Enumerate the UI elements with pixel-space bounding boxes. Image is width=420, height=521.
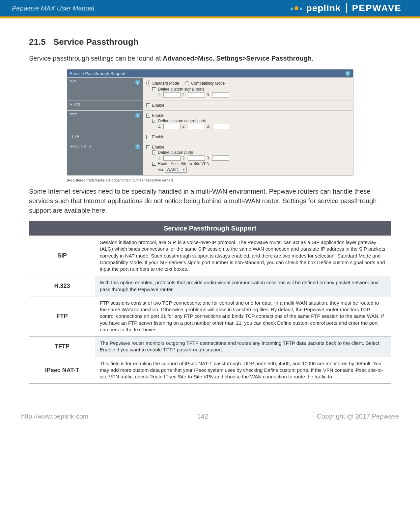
- intro-period: .: [312, 55, 314, 62]
- row-ftp-desc: FTP sessions consist of two TCP connecti…: [95, 296, 391, 336]
- footer-copyright: Copyright @ 2017 Pepwave: [317, 413, 399, 420]
- label-ipsec: IPsec NAT-T ?: [67, 142, 143, 175]
- port-label-3: 3.: [207, 124, 210, 129]
- row-h323: H.323 Enable: [67, 100, 353, 110]
- brand-logos: peplink PEPWAVE: [291, 3, 402, 14]
- chevron-down-icon: ▼: [182, 168, 185, 171]
- manual-title: Pepwave MAX User Manual: [12, 5, 94, 12]
- description-paragraph: Some Internet services need to be specia…: [29, 187, 391, 215]
- label-tftp-text: TFTP: [70, 134, 80, 139]
- tftp-enable-label: Enable: [152, 135, 164, 139]
- port-input-3[interactable]: [212, 124, 229, 129]
- row-ipsec-name: IPsec NAT-T: [29, 357, 95, 384]
- port-input-3[interactable]: [212, 155, 229, 161]
- settings-screenshot: Service Passthrough Support ? SIP ? Stan…: [67, 69, 353, 176]
- port-label-1: 1.: [158, 156, 161, 160]
- port-input-2[interactable]: [188, 124, 205, 129]
- define-signal-ports-label: Define custom signal ports: [158, 87, 205, 92]
- label-sip-text: SIP: [70, 80, 76, 84]
- footer-url: http://www.peplink.com: [21, 413, 89, 420]
- port-label-1: 1.: [158, 124, 161, 129]
- shot-header: Service Passthrough Support ?: [67, 69, 353, 77]
- wan-select-value: WAN 1: [167, 167, 179, 172]
- label-sip: SIP ?: [67, 78, 143, 100]
- port-input-2[interactable]: [188, 155, 205, 161]
- peplink-logo: peplink: [291, 3, 341, 14]
- row-sip-desc: Session initiation protocol, aka SIP, is…: [95, 236, 391, 276]
- help-icon[interactable]: ?: [135, 113, 140, 118]
- label-ftp-text: FTP: [70, 113, 77, 117]
- port-input-1[interactable]: [163, 124, 181, 129]
- radio-compat-mode[interactable]: [185, 81, 189, 85]
- row-tftp-name: TFTP: [29, 337, 95, 357]
- checkbox-tftp-enable[interactable]: [146, 135, 150, 139]
- section-number: 21.5: [29, 37, 46, 47]
- row-h323-desc: With this option enabled, protocols that…: [95, 276, 391, 296]
- shot-header-text: Service Passthrough Support: [70, 71, 126, 76]
- body-sip: Standard Mode Compatibility Mode Define …: [143, 78, 353, 100]
- support-table: Service Passthrough Support SIP Session …: [29, 221, 391, 384]
- label-h323-text: H.323: [70, 102, 80, 107]
- h323-enable-label: Enable: [152, 103, 164, 108]
- checkbox-define-signal-ports[interactable]: [152, 87, 156, 91]
- checkbox-h323-enable[interactable]: [146, 103, 150, 107]
- port-input-2[interactable]: [188, 92, 205, 97]
- row-ipsec-desc: This field is for enabling the support o…: [95, 357, 391, 384]
- trademark-note: (Registered trademarks are copyrighted b…: [67, 178, 391, 182]
- port-label-1: 1.: [158, 93, 161, 97]
- wan-select[interactable]: WAN 1 ▼: [165, 167, 187, 173]
- port-input-3[interactable]: [212, 92, 229, 97]
- page-footer: http://www.peplink.com 142 Copyright @ 2…: [0, 397, 420, 430]
- footer-page: 142: [197, 413, 208, 420]
- help-icon[interactable]: ?: [345, 71, 350, 76]
- row-ftp-name: FTP: [29, 296, 95, 336]
- topbar: Pepwave MAX User Manual peplink PEPWAVE: [0, 0, 420, 18]
- port-input-1[interactable]: [163, 155, 181, 161]
- intro-path: Advanced>Misc. Settings>Service Passthro…: [163, 55, 312, 62]
- brand-peplink-text: peplink: [306, 3, 341, 14]
- ipsec-enable-label: Enable: [152, 145, 164, 150]
- row-tftp-desc: The Pepwave router monitors outgoing TFT…: [95, 337, 391, 357]
- checkbox-ftp-enable[interactable]: [146, 114, 150, 118]
- help-icon[interactable]: ?: [135, 80, 140, 85]
- section-heading: 21.5 Service Passthrough: [29, 37, 391, 47]
- route-ipsec-label: Route IPsec Site-to-Site VPN: [158, 161, 210, 166]
- checkbox-define-control-ports[interactable]: [152, 119, 156, 123]
- body-ftp: Enable Define custom control ports 1. 2.…: [143, 111, 353, 132]
- ftp-enable-label: Enable: [152, 113, 164, 118]
- intro-line: Service passthrough settings can be foun…: [29, 54, 391, 63]
- row-ipsec: IPsec NAT-T ? Enable Define custom ports…: [67, 142, 353, 175]
- radio-standard-mode[interactable]: [146, 80, 150, 86]
- port-label-2: 2.: [182, 93, 186, 97]
- row-sip: SIP ? Standard Mode Compatibility Mode D…: [67, 77, 353, 100]
- row-sip-name: SIP: [29, 236, 95, 276]
- via-label: via: [158, 167, 163, 172]
- label-h323: H.323: [67, 100, 143, 110]
- radio-compat-label: Compatibility Mode: [191, 81, 225, 86]
- help-icon[interactable]: ?: [135, 144, 140, 150]
- port-label-2: 2.: [182, 124, 186, 129]
- section-title: Service Passthrough: [53, 37, 139, 47]
- body-ipsec: Enable Define custom ports 1. 2. 3. Rout…: [143, 142, 353, 175]
- row-ftp: FTP ? Enable Define custom control ports…: [67, 110, 353, 132]
- port-label-2: 2.: [182, 156, 186, 160]
- port-label-3: 3.: [207, 156, 210, 160]
- port-label-3: 3.: [207, 93, 210, 97]
- checkbox-define-custom-ports[interactable]: [152, 151, 156, 154]
- radio-standard-label: Standard Mode: [152, 81, 179, 86]
- checkbox-ipsec-enable[interactable]: [146, 145, 150, 149]
- checkbox-route-ipsec-s2s[interactable]: [152, 162, 156, 166]
- support-table-header: Service Passthrough Support: [29, 221, 391, 236]
- intro-text: Service passthrough settings can be foun…: [29, 55, 163, 62]
- row-tftp: TFTP Enable: [67, 132, 353, 142]
- page-content: 21.5 Service Passthrough Service passthr…: [0, 18, 420, 397]
- body-h323: Enable: [143, 100, 353, 110]
- port-input-1[interactable]: [163, 92, 181, 97]
- body-tftp: Enable: [143, 132, 353, 142]
- pepwave-logo: PEPWAVE: [352, 3, 402, 14]
- label-tftp: TFTP: [67, 132, 143, 142]
- row-h323-name: H.323: [29, 276, 95, 296]
- brand-divider: [346, 3, 347, 13]
- define-custom-ports-label: Define custom ports: [158, 150, 193, 155]
- label-ipsec-text: IPsec NAT-T: [70, 144, 92, 149]
